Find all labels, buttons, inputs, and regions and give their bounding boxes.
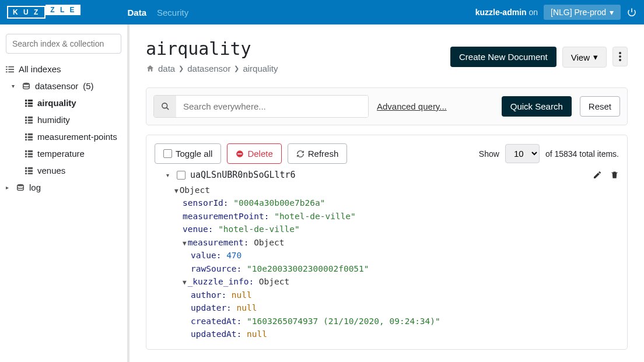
sidebar-collection-measurement-points[interactable]: measurement-points xyxy=(0,128,127,145)
user-on-label: on xyxy=(528,8,538,17)
caret-right-icon: ▸ xyxy=(6,184,12,191)
trash-icon[interactable] xyxy=(610,170,619,180)
svg-rect-26 xyxy=(27,150,32,152)
checkbox-icon xyxy=(163,149,172,158)
all-indexes-label: All indexes xyxy=(19,64,61,74)
svg-rect-25 xyxy=(25,150,27,152)
advanced-query-link[interactable]: Advanced query... xyxy=(377,101,447,111)
toggle-all-button[interactable]: Toggle all xyxy=(155,143,221,164)
quick-search-button[interactable]: Quick Search xyxy=(502,96,572,117)
nav-link-security[interactable]: Security xyxy=(157,8,188,17)
svg-point-37 xyxy=(18,184,24,186)
svg-rect-35 xyxy=(25,173,27,174)
svg-rect-32 xyxy=(27,167,32,169)
svg-rect-11 xyxy=(25,106,27,107)
create-document-button[interactable]: Create New Document xyxy=(450,47,556,67)
sidebar-index-datasensor[interactable]: ▾ datasensor (5) xyxy=(0,78,127,94)
list-icon xyxy=(6,65,14,73)
svg-rect-27 xyxy=(25,153,27,155)
sidebar-all-indexes[interactable]: All indexes xyxy=(0,61,127,78)
svg-rect-36 xyxy=(27,173,32,174)
crumb-data[interactable]: data xyxy=(158,64,175,73)
sidebar-search-input[interactable] xyxy=(6,34,121,54)
env-label: [NLG] Pre-prod xyxy=(551,8,606,17)
sidebar-collection-venues[interactable]: venues xyxy=(0,162,127,179)
logo[interactable]: K U ZZ L E xyxy=(7,4,80,20)
svg-rect-34 xyxy=(27,170,32,172)
collection-icon xyxy=(24,116,33,124)
svg-rect-2 xyxy=(6,69,8,70)
document-body: ▼Object sensorId: "0004a30b00e7b26a" mea… xyxy=(174,184,619,341)
collection-icon xyxy=(24,150,33,157)
svg-rect-8 xyxy=(27,100,32,101)
index-name-label: datasensor xyxy=(35,81,78,91)
minus-circle-icon xyxy=(236,150,244,158)
sidebar: All indexes ▾ datasensor (5) airquality … xyxy=(0,24,130,362)
collection-label: venues xyxy=(37,166,65,175)
svg-rect-13 xyxy=(25,117,27,118)
collection-icon xyxy=(24,167,33,174)
doc-checkbox[interactable] xyxy=(177,171,186,180)
view-dropdown[interactable]: View ▾ xyxy=(562,47,607,68)
page-title: airquality xyxy=(146,38,278,59)
collection-icon xyxy=(24,133,33,140)
svg-rect-24 xyxy=(27,139,32,140)
collection-icon xyxy=(24,99,33,107)
svg-rect-3 xyxy=(8,69,14,70)
document-id: uaQLSnUBR0nbSoGLltr6 xyxy=(190,170,296,180)
sidebar-collection-airquality[interactable]: airquality xyxy=(0,94,127,111)
caret-down-icon: ▾ xyxy=(593,52,598,62)
delete-button[interactable]: Delete xyxy=(227,143,281,164)
svg-rect-1 xyxy=(8,66,14,67)
database-icon xyxy=(16,184,24,192)
svg-rect-19 xyxy=(25,133,27,135)
nav-link-data[interactable]: Data xyxy=(127,8,146,17)
search-input[interactable] xyxy=(176,96,368,117)
svg-rect-23 xyxy=(25,139,27,140)
svg-rect-29 xyxy=(25,156,27,157)
svg-point-6 xyxy=(23,82,30,85)
edit-icon[interactable] xyxy=(593,170,602,180)
delete-label: Delete xyxy=(247,149,272,159)
svg-rect-31 xyxy=(25,167,27,169)
reset-button[interactable]: Reset xyxy=(580,96,620,117)
search-card: Advanced query... Quick Search Reset xyxy=(146,87,628,125)
svg-rect-33 xyxy=(25,170,27,172)
power-icon[interactable] xyxy=(626,7,637,17)
svg-rect-5 xyxy=(8,71,14,72)
sidebar-index-log[interactable]: ▸ log xyxy=(0,179,127,196)
obj-toggle-icon[interactable]: ▼ xyxy=(183,279,187,286)
documents-card: Toggle all Delete Refresh Show 10 of 158… xyxy=(146,135,628,350)
chevron-right-icon: ❯ xyxy=(178,65,184,72)
svg-rect-7 xyxy=(25,100,27,101)
refresh-label: Refresh xyxy=(308,149,339,159)
more-menu-button[interactable] xyxy=(612,47,628,66)
svg-rect-12 xyxy=(27,106,32,107)
refresh-button[interactable]: Refresh xyxy=(288,143,348,164)
svg-point-41 xyxy=(162,103,167,108)
caret-down-icon[interactable]: ▾ xyxy=(166,172,172,178)
svg-point-40 xyxy=(619,59,621,61)
search-input-group xyxy=(153,95,369,118)
sidebar-collection-humidity[interactable]: humidity xyxy=(0,111,127,128)
breadcrumb: data ❯ datasensor ❯ airquality xyxy=(146,64,278,73)
svg-point-38 xyxy=(619,52,621,54)
top-navbar: K U ZZ L E Data Security kuzzle-admin on… xyxy=(0,0,644,24)
home-icon xyxy=(146,64,155,73)
crumb-datasensor[interactable]: datasensor xyxy=(187,64,230,73)
svg-rect-21 xyxy=(25,136,27,138)
svg-rect-14 xyxy=(27,117,32,118)
obj-toggle-icon[interactable]: ▼ xyxy=(183,240,187,247)
sidebar-collection-temperature[interactable]: temperature xyxy=(0,145,127,162)
index-count-label: (5) xyxy=(83,81,93,91)
per-page-select[interactable]: 10 xyxy=(505,144,540,163)
svg-rect-15 xyxy=(25,120,27,121)
obj-toggle-icon[interactable]: ▼ xyxy=(174,187,178,195)
collection-label: airquality xyxy=(37,98,76,108)
view-label: View xyxy=(571,52,590,62)
database-icon xyxy=(22,82,30,90)
svg-rect-30 xyxy=(27,156,32,157)
svg-line-42 xyxy=(166,107,169,110)
svg-rect-10 xyxy=(27,103,32,104)
env-selector[interactable]: [NLG] Pre-prod ▾ xyxy=(544,5,621,20)
